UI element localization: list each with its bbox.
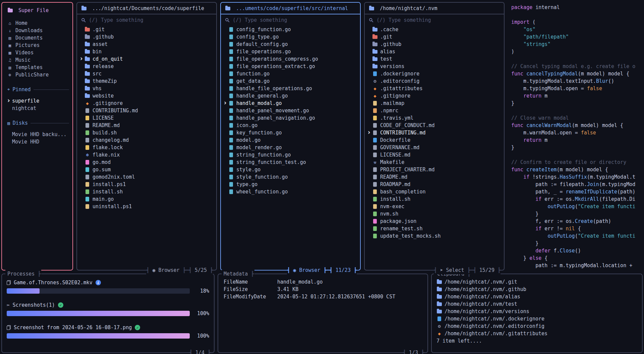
file-row[interactable]: file_operations.go (222, 48, 358, 55)
process-row[interactable]: Game.of.Thrones.S02E02.mkvi18% (7, 279, 209, 294)
file-row[interactable]: bash_completion (366, 188, 502, 195)
file-row[interactable]: ›cd_on_quit (78, 55, 214, 63)
file-row[interactable]: style_function.go (222, 173, 358, 181)
disk-item[interactable]: Movie HHD (5, 138, 70, 145)
file-row[interactable]: install.sh (366, 195, 502, 203)
file-row[interactable]: release (78, 63, 214, 70)
search-input[interactable]: (/) Type something (77, 14, 216, 25)
sidebar-item-videos[interactable]: ▦Videos (5, 49, 70, 56)
file-row[interactable]: uninstall.ps1 (78, 203, 214, 210)
sidebar-item-publicshare[interactable]: ⊕PublicShare (5, 71, 70, 78)
file-row[interactable]: config_type.go (222, 33, 358, 41)
file-row[interactable]: .npmrc (366, 107, 502, 114)
file-row[interactable]: config_function.go (222, 26, 358, 33)
sidebar-item-music[interactable]: ♫Music (5, 56, 70, 64)
file-row[interactable]: CONTRIBUTING.md (78, 107, 214, 114)
file-row[interactable]: test (366, 55, 502, 63)
file-row[interactable]: flake.lock (78, 144, 214, 151)
file-row[interactable]: .cache (366, 26, 502, 33)
file-row[interactable]: LICENSE (78, 114, 214, 122)
file-row[interactable]: model.go (222, 136, 358, 144)
file-row[interactable]: string_function_test.go (222, 159, 358, 166)
file-row[interactable]: model_render.go (222, 144, 358, 151)
file-row[interactable]: .github (366, 41, 502, 48)
file-row[interactable]: .git (366, 33, 502, 41)
file-row[interactable]: ROADMAP.md (366, 181, 502, 188)
file-row[interactable]: nvm-exec (366, 203, 502, 210)
file-row[interactable]: icon.go (222, 122, 358, 129)
file-row[interactable]: GOVERNANCE.md (366, 144, 502, 151)
file-row[interactable]: .mailmap (366, 100, 502, 107)
file-row[interactable]: handle_file_operations.go (222, 85, 358, 92)
sidebar-item-pictures[interactable]: ▣Pictures (5, 42, 70, 49)
file-row[interactable]: file_operations_extract.go (222, 63, 358, 70)
file-row[interactable]: CODE_OF_CONDUCT.md (366, 122, 502, 129)
file-row[interactable]: website (78, 92, 214, 100)
file-row[interactable]: go.mod (78, 159, 214, 166)
file-row[interactable]: wheel_function.go (222, 188, 358, 195)
disk-item[interactable]: Movie HHD backu... (5, 131, 70, 138)
file-row[interactable]: nvm.sh (366, 210, 502, 218)
file-row[interactable]: src (78, 70, 214, 77)
file-row[interactable]: bin (78, 48, 214, 55)
process-row[interactable]: ✂Screenshots(1)✓100% (7, 301, 209, 316)
file-row[interactable]: .github (78, 33, 214, 41)
file-row[interactable]: ›handle_modal.go (222, 100, 358, 107)
file-row[interactable]: update_test_mocks.sh (366, 232, 502, 240)
sidebar-item-templates[interactable]: ▧Templates (5, 64, 70, 71)
file-row[interactable]: README.md (78, 122, 214, 129)
file-row[interactable]: ⚙.editorconfig (366, 77, 502, 85)
file-icon (85, 175, 89, 179)
file-row[interactable]: .travis.yml (366, 114, 502, 122)
file-row[interactable]: ◆.gitattributes (366, 85, 502, 92)
file-row[interactable]: README.md (366, 173, 502, 181)
file-row[interactable]: .git (78, 26, 214, 33)
file-row[interactable]: gomod2nix.toml (78, 173, 214, 181)
file-row[interactable]: file_operations_compress.go (222, 55, 358, 63)
file-row[interactable]: PROJECT_CHARTER.md (366, 166, 502, 173)
file-row[interactable]: get_data.go (222, 77, 358, 85)
file-row[interactable]: LICENSE.md (366, 151, 502, 159)
file-icon (437, 316, 441, 321)
file-icon (229, 108, 233, 113)
file-row[interactable]: alias (366, 48, 502, 55)
file-row[interactable]: string_function.go (222, 151, 358, 159)
sidebar-item-documents[interactable]: ▤Documents (5, 34, 70, 42)
file-row[interactable]: type.go (222, 181, 358, 188)
file-row[interactable]: default_config.go (222, 41, 358, 48)
file-row[interactable]: key_function.go (222, 129, 358, 136)
file-row[interactable]: ❄flake.nix (78, 151, 214, 159)
file-row[interactable]: style.go (222, 166, 358, 173)
file-row[interactable]: ◆.gitignore (366, 92, 502, 100)
file-row[interactable]: rename_test.sh (366, 225, 502, 232)
file-row[interactable]: versions (366, 63, 502, 70)
sidebar-item-downloads[interactable]: ⇓Downloads (5, 27, 70, 34)
file-row[interactable]: themeZip (78, 77, 214, 85)
file-row[interactable]: install.ps1 (78, 181, 214, 188)
file-row[interactable]: main.go (78, 195, 214, 203)
file-row[interactable]: handle_panel_navigation.go (222, 114, 358, 122)
file-row[interactable]: ⚒Makefile (366, 159, 502, 166)
search-input[interactable]: (/) Type something (221, 14, 360, 25)
file-row[interactable]: asset (78, 41, 214, 48)
pinned-item[interactable]: ›superfile (5, 97, 70, 105)
pinned-item-label: nightcat (12, 105, 36, 111)
file-row[interactable]: function.go (222, 70, 358, 77)
file-row[interactable]: go.sum (78, 166, 214, 173)
file-row[interactable]: changelog.md (78, 136, 214, 144)
file-row[interactable]: install.sh (78, 188, 214, 195)
search-input[interactable]: (/) Type something (365, 14, 504, 25)
file-row[interactable]: ◆.gitignore (78, 100, 214, 107)
file-row[interactable]: handle_panel_movement.go (222, 107, 358, 114)
file-row[interactable]: .dockerignore (366, 70, 502, 77)
pinned-item[interactable]: nightcat (5, 105, 70, 112)
file-row[interactable]: package.json (366, 218, 502, 225)
file-row[interactable]: vhs (78, 85, 214, 92)
process-row[interactable]: Screenshot from 2024-05-26 16-08-17.png✓… (7, 324, 209, 339)
sidebar-item-home[interactable]: ⌂Home (5, 19, 70, 27)
file-row[interactable]: ›CONTRIBUTING.md (366, 129, 502, 136)
file-row[interactable]: build.sh (78, 129, 214, 136)
file-row[interactable]: Dockerfile (366, 136, 502, 144)
file-row[interactable]: handle_general.go (222, 92, 358, 100)
file-icon: ⚒ (372, 160, 378, 165)
